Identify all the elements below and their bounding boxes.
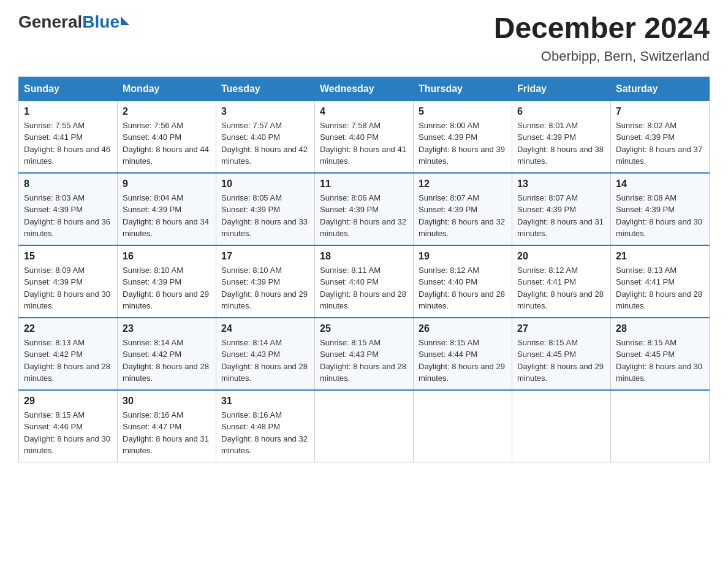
header-cell-friday: Friday — [512, 77, 611, 101]
day-number: 4 — [320, 106, 408, 117]
day-info: Sunrise: 7:55 AMSunset: 4:41 PMDaylight:… — [24, 120, 112, 167]
day-number: 3 — [221, 106, 309, 117]
day-number: 19 — [419, 251, 507, 262]
day-cell: 6Sunrise: 8:01 AMSunset: 4:39 PMDaylight… — [512, 101, 611, 173]
day-number: 6 — [517, 106, 605, 117]
day-cell: 16Sunrise: 8:10 AMSunset: 4:39 PMDayligh… — [118, 245, 216, 318]
day-info: Sunrise: 8:07 AMSunset: 4:39 PMDaylight:… — [419, 192, 507, 240]
day-info: Sunrise: 8:15 AMSunset: 4:44 PMDaylight:… — [419, 337, 507, 385]
header-cell-monday: Monday — [118, 77, 216, 101]
day-number: 31 — [221, 396, 309, 407]
day-info: Sunrise: 8:00 AMSunset: 4:39 PMDaylight:… — [419, 120, 507, 167]
header-cell-saturday: Saturday — [611, 77, 710, 101]
week-row-5: 29Sunrise: 8:15 AMSunset: 4:46 PMDayligh… — [19, 390, 710, 462]
day-info: Sunrise: 8:12 AMSunset: 4:41 PMDaylight:… — [517, 264, 605, 312]
day-info: Sunrise: 8:12 AMSunset: 4:40 PMDaylight:… — [419, 264, 507, 312]
day-info: Sunrise: 8:13 AMSunset: 4:42 PMDaylight:… — [24, 337, 112, 385]
day-cell: 3Sunrise: 7:57 AMSunset: 4:40 PMDaylight… — [216, 101, 315, 173]
title-section: December 2024 Oberbipp, Bern, Switzerlan… — [494, 12, 710, 64]
day-number: 15 — [24, 251, 112, 262]
day-info: Sunrise: 8:09 AMSunset: 4:39 PMDaylight:… — [24, 264, 112, 312]
day-number: 8 — [24, 178, 112, 190]
day-cell: 21Sunrise: 8:13 AMSunset: 4:41 PMDayligh… — [611, 245, 710, 318]
location: Oberbipp, Bern, Switzerland — [494, 48, 710, 64]
day-number: 7 — [616, 106, 704, 117]
day-number: 24 — [221, 323, 309, 334]
day-cell: 17Sunrise: 8:10 AMSunset: 4:39 PMDayligh… — [216, 245, 315, 318]
day-info: Sunrise: 8:15 AMSunset: 4:43 PMDaylight:… — [320, 337, 408, 385]
day-number: 28 — [616, 323, 704, 334]
day-info: Sunrise: 8:15 AMSunset: 4:46 PMDaylight:… — [24, 409, 112, 457]
day-number: 14 — [616, 178, 704, 190]
day-info: Sunrise: 7:58 AMSunset: 4:40 PMDaylight:… — [320, 120, 408, 167]
day-info: Sunrise: 8:16 AMSunset: 4:48 PMDaylight:… — [221, 409, 309, 457]
day-cell: 23Sunrise: 8:14 AMSunset: 4:42 PMDayligh… — [118, 318, 216, 390]
page-header: General Blue December 2024 Oberbipp, Ber… — [18, 12, 710, 64]
day-info: Sunrise: 8:10 AMSunset: 4:39 PMDaylight:… — [123, 264, 211, 312]
day-number: 18 — [320, 251, 408, 262]
day-info: Sunrise: 8:16 AMSunset: 4:47 PMDaylight:… — [123, 409, 211, 457]
day-info: Sunrise: 8:10 AMSunset: 4:39 PMDaylight:… — [221, 264, 309, 312]
day-cell: 14Sunrise: 8:08 AMSunset: 4:39 PMDayligh… — [611, 173, 710, 245]
day-info: Sunrise: 8:06 AMSunset: 4:39 PMDaylight:… — [320, 192, 408, 240]
week-row-4: 22Sunrise: 8:13 AMSunset: 4:42 PMDayligh… — [19, 318, 710, 390]
day-cell: 8Sunrise: 8:03 AMSunset: 4:39 PMDaylight… — [19, 173, 118, 245]
calendar-body: 1Sunrise: 7:55 AMSunset: 4:41 PMDaylight… — [19, 101, 710, 462]
day-number: 30 — [123, 396, 211, 407]
day-cell: 30Sunrise: 8:16 AMSunset: 4:47 PMDayligh… — [118, 390, 216, 462]
day-number: 9 — [123, 178, 211, 190]
day-cell: 19Sunrise: 8:12 AMSunset: 4:40 PMDayligh… — [414, 245, 512, 318]
day-number: 1 — [24, 106, 112, 117]
day-cell: 15Sunrise: 8:09 AMSunset: 4:39 PMDayligh… — [19, 245, 118, 318]
day-number: 20 — [517, 251, 605, 262]
day-number: 11 — [320, 178, 408, 190]
day-cell: 11Sunrise: 8:06 AMSunset: 4:39 PMDayligh… — [315, 173, 414, 245]
day-cell — [315, 390, 414, 462]
week-row-2: 8Sunrise: 8:03 AMSunset: 4:39 PMDaylight… — [19, 173, 710, 245]
day-number: 21 — [616, 251, 704, 262]
day-cell: 5Sunrise: 8:00 AMSunset: 4:39 PMDaylight… — [414, 101, 512, 173]
day-number: 27 — [517, 323, 605, 334]
week-row-1: 1Sunrise: 7:55 AMSunset: 4:41 PMDaylight… — [19, 101, 710, 173]
day-info: Sunrise: 7:57 AMSunset: 4:40 PMDaylight:… — [221, 120, 309, 167]
logo-blue-text: Blue — [82, 12, 119, 32]
logo-general-text: General — [18, 12, 82, 32]
day-cell: 2Sunrise: 7:56 AMSunset: 4:40 PMDaylight… — [118, 101, 216, 173]
day-info: Sunrise: 8:05 AMSunset: 4:39 PMDaylight:… — [221, 192, 309, 240]
day-cell: 28Sunrise: 8:15 AMSunset: 4:45 PMDayligh… — [611, 318, 710, 390]
day-number: 25 — [320, 323, 408, 334]
day-number: 29 — [24, 396, 112, 407]
day-number: 17 — [221, 251, 309, 262]
day-cell: 12Sunrise: 8:07 AMSunset: 4:39 PMDayligh… — [414, 173, 512, 245]
day-info: Sunrise: 8:15 AMSunset: 4:45 PMDaylight:… — [616, 337, 704, 385]
calendar-table: SundayMondayTuesdayWednesdayThursdayFrid… — [18, 77, 710, 462]
day-info: Sunrise: 8:08 AMSunset: 4:39 PMDaylight:… — [616, 192, 704, 240]
day-info: Sunrise: 8:04 AMSunset: 4:39 PMDaylight:… — [123, 192, 211, 240]
day-info: Sunrise: 8:02 AMSunset: 4:39 PMDaylight:… — [616, 120, 704, 167]
day-cell — [414, 390, 512, 462]
day-cell: 24Sunrise: 8:14 AMSunset: 4:43 PMDayligh… — [216, 318, 315, 390]
logo-triangle-icon — [121, 17, 129, 25]
header-cell-wednesday: Wednesday — [315, 77, 414, 101]
day-number: 16 — [123, 251, 211, 262]
day-cell: 27Sunrise: 8:15 AMSunset: 4:45 PMDayligh… — [512, 318, 611, 390]
day-number: 2 — [123, 106, 211, 117]
day-info: Sunrise: 8:14 AMSunset: 4:43 PMDaylight:… — [221, 337, 309, 385]
month-title: December 2024 — [494, 12, 710, 45]
day-cell: 18Sunrise: 8:11 AMSunset: 4:40 PMDayligh… — [315, 245, 414, 318]
header-cell-sunday: Sunday — [19, 77, 118, 101]
day-info: Sunrise: 8:11 AMSunset: 4:40 PMDaylight:… — [320, 264, 408, 312]
calendar-header: SundayMondayTuesdayWednesdayThursdayFrid… — [19, 77, 710, 101]
day-cell: 7Sunrise: 8:02 AMSunset: 4:39 PMDaylight… — [611, 101, 710, 173]
day-cell: 1Sunrise: 7:55 AMSunset: 4:41 PMDaylight… — [19, 101, 118, 173]
day-number: 22 — [24, 323, 112, 334]
day-info: Sunrise: 8:07 AMSunset: 4:39 PMDaylight:… — [517, 192, 605, 240]
header-row: SundayMondayTuesdayWednesdayThursdayFrid… — [19, 77, 710, 101]
header-cell-thursday: Thursday — [414, 77, 512, 101]
day-info: Sunrise: 7:56 AMSunset: 4:40 PMDaylight:… — [123, 120, 211, 167]
day-cell: 26Sunrise: 8:15 AMSunset: 4:44 PMDayligh… — [414, 318, 512, 390]
day-cell: 10Sunrise: 8:05 AMSunset: 4:39 PMDayligh… — [216, 173, 315, 245]
logo: General Blue — [18, 12, 129, 32]
day-cell: 13Sunrise: 8:07 AMSunset: 4:39 PMDayligh… — [512, 173, 611, 245]
day-number: 12 — [419, 178, 507, 190]
